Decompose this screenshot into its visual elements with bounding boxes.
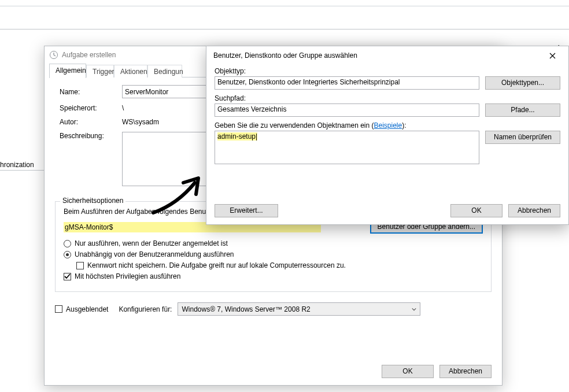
option-label: Mit höchsten Privilegien ausführen [75,272,180,280]
truncated-text: hronization [0,161,34,169]
ok-button[interactable]: OK [382,365,434,378]
enter-names-label: Geben Sie die zu verwendenden Objektname… [215,121,560,130]
entered-name: admin-setup| [217,132,257,140]
dialog-title: Aufgabe erstellen [62,51,116,59]
close-icon [549,53,556,59]
dialog-titlebar[interactable]: Benutzer, Dienstkonto oder Gruppe auswäh… [206,46,568,65]
chevron-down-icon [412,307,416,312]
option-label: Kennwort nicht speichern. Die Aufgabe gr… [87,261,346,269]
check-names-button[interactable]: Namen überprüfen [485,131,560,144]
search-path-label: Suchpfad: [215,94,560,102]
tab-triggers[interactable]: Trigger [86,65,114,77]
option-do-not-store-password[interactable]: Kennwort nicht speichern. Die Aufgabe gr… [76,261,483,269]
cancel-button[interactable]: Abbrechen [439,365,492,378]
author-label: Autor: [60,118,122,126]
paths-button[interactable]: Pfade... [485,103,560,117]
option-run-whether-logged-on[interactable]: Unabhängig von der Benutzeranmeldung aus… [64,250,483,258]
close-button[interactable] [541,48,564,63]
option-run-only-logged-on[interactable]: Nur ausführen, wenn der Benutzer angemel… [64,239,483,247]
ok-button[interactable]: OK [450,204,503,217]
configure-for-combo[interactable]: Windows® 7, Windows Server™ 2008 R2 [178,302,420,316]
security-legend: Sicherheitsoptionen [60,197,125,205]
object-names-input[interactable]: admin-setup| [215,131,479,164]
tab-actions[interactable]: Aktionen [114,65,147,77]
tab-conditions[interactable]: Bedingun [147,65,182,77]
radio-icon [64,240,71,247]
object-type-label: Objekttyp: [215,67,560,75]
object-types-button[interactable]: Objekttypen... [485,76,560,90]
clock-icon [49,50,58,60]
divider [0,6,569,6]
option-label: Nur ausführen, wenn der Benutzer angemel… [75,239,228,247]
combo-value: Windows® 7, Windows Server™ 2008 R2 [182,305,310,313]
option-label: Unabhängig von der Benutzeranmeldung aus… [75,250,234,258]
bottom-row: Ausgeblendet Konfigurieren für: Windows®… [45,298,502,316]
dialog-title: Benutzer, Dienstkonto oder Gruppe auswäh… [213,51,357,60]
search-path-field: Gesamtes Verzeichnis [215,103,479,117]
advanced-button[interactable]: Erweitert... [215,204,278,217]
radio-icon [64,251,71,258]
name-label: Name: [60,88,122,96]
author-value: WS\sysadm [122,118,159,126]
tab-general[interactable]: Allgemein [49,64,86,78]
configure-for-label: Konfigurieren für: [119,305,172,313]
hidden-checkbox[interactable] [55,305,62,313]
checkbox-icon [76,262,84,269]
examples-link[interactable]: Beispiele [374,121,402,130]
location-label: Speicherort: [60,104,122,112]
option-highest-privileges[interactable]: Mit höchsten Privilegien ausführen [64,272,483,280]
cancel-button[interactable]: Abbrechen [508,204,560,217]
select-user-dialog: Benutzer, Dienstkonto oder Gruppe auswäh… [206,46,569,225]
checkbox-icon [64,273,71,280]
location-value: \ [122,104,124,112]
description-label: Beschreibung: [60,132,122,140]
object-type-field: Benutzer, Dienstkonto oder Integriertes … [215,76,479,90]
hidden-label: Ausgeblendet [66,305,108,313]
